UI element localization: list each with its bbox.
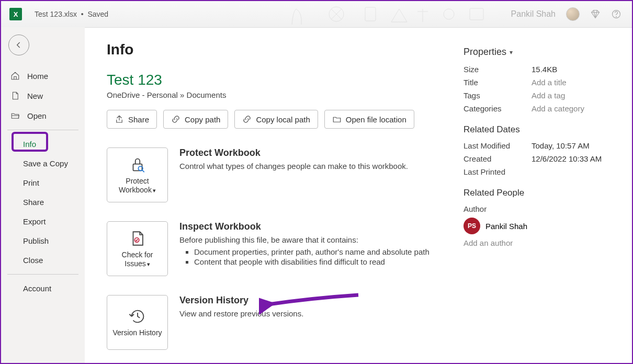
- svg-rect-6: [133, 164, 142, 170]
- svg-rect-1: [365, 7, 376, 21]
- protect-title: Protect Workbook: [179, 147, 449, 158]
- link-icon: [171, 115, 180, 124]
- nav-share[interactable]: Share: [1, 192, 85, 212]
- page-title: Info: [107, 41, 449, 58]
- titlebar: X Test 123.xlsx • Saved Pankil Shah: [1, 1, 632, 27]
- inspect-title: Inspect Workbook: [179, 221, 449, 232]
- nav-close[interactable]: Close: [1, 251, 85, 270]
- chevron-down-icon: ▾: [510, 49, 513, 56]
- chevron-down-icon: ▾: [147, 261, 150, 267]
- prop-created-label: Created: [464, 154, 532, 163]
- diamond-icon[interactable]: [590, 9, 601, 19]
- document-name: Test 123: [107, 72, 449, 88]
- folder-open-icon: [10, 111, 20, 120]
- nav-export[interactable]: Export: [1, 212, 85, 231]
- open-location-button[interactable]: Open file location: [324, 110, 414, 129]
- inspect-bullet: Content that people with disabilities fi…: [194, 257, 449, 266]
- nav-label: Account: [23, 284, 51, 293]
- author-avatar: PS: [464, 218, 480, 234]
- nav-save-copy[interactable]: Save a Copy: [1, 154, 85, 173]
- prop-title-label: Title: [464, 78, 532, 87]
- nav-open[interactable]: Open: [1, 106, 85, 126]
- history-icon: [129, 308, 146, 325]
- properties-header[interactable]: Properties▾: [464, 47, 610, 58]
- properties-panel: Properties▾ Size15.4KB TitleAdd a title …: [464, 41, 610, 352]
- btn-label: Version History: [112, 328, 162, 337]
- version-history-button[interactable]: Version History: [107, 295, 168, 350]
- prop-categories-value[interactable]: Add a category: [532, 104, 584, 113]
- nav-print[interactable]: Print: [1, 173, 85, 192]
- nav-divider: [7, 274, 78, 275]
- svg-point-2: [444, 9, 454, 19]
- inspect-bullet: Document properties, printer path, autho…: [194, 247, 449, 256]
- nav-label: Share: [23, 198, 44, 207]
- prop-tags-label: Tags: [464, 91, 532, 100]
- svg-rect-3: [470, 8, 483, 20]
- user-avatar[interactable]: [566, 7, 580, 21]
- nav-divider: [7, 130, 78, 130]
- nav-info[interactable]: Info: [1, 134, 85, 154]
- btn-label: Copy local path: [256, 115, 310, 124]
- nav-label: Save a Copy: [23, 159, 68, 168]
- btn-label: Open file location: [346, 115, 406, 124]
- prop-modified-value: Today, 10:57 AM: [532, 141, 590, 150]
- content-area: Info Test 123 OneDrive - Personal » Docu…: [85, 27, 632, 363]
- titlebar-decoration: [287, 1, 496, 27]
- prop-size-label: Size: [464, 65, 532, 74]
- nav-label: Open: [27, 111, 47, 120]
- prop-title-value[interactable]: Add a title: [532, 78, 567, 87]
- check-issues-button[interactable]: Check for Issues▾: [107, 221, 168, 276]
- nav-label: New: [27, 92, 43, 100]
- nav-label: Home: [27, 72, 48, 81]
- add-author-link[interactable]: Add an author: [464, 238, 513, 247]
- nav-label: Close: [23, 256, 43, 265]
- author-row[interactable]: PS Pankil Shah: [464, 218, 610, 234]
- link-icon: [242, 115, 252, 124]
- btn-label: Protect Workbook: [119, 177, 152, 194]
- prop-tags-value[interactable]: Add a tag: [532, 91, 565, 100]
- prop-size-value: 15.4KB: [532, 65, 557, 74]
- chevron-down-icon: ▾: [153, 187, 156, 194]
- related-people-header: Related People: [464, 188, 610, 198]
- prop-created-value: 12/6/2022 10:33 AM: [532, 154, 602, 163]
- share-icon: [115, 115, 124, 124]
- copy-local-path-button[interactable]: Copy local path: [234, 110, 318, 129]
- nav-label: Export: [23, 217, 46, 226]
- btn-label: Copy path: [185, 115, 220, 124]
- inspect-desc: Before publishing this file, be aware th…: [179, 235, 449, 244]
- titlebar-right: Pankil Shah: [511, 7, 621, 21]
- prop-categories-label: Categories: [464, 104, 532, 113]
- home-icon: [10, 71, 20, 81]
- inspect-icon: [129, 230, 146, 247]
- back-button[interactable]: [8, 35, 29, 55]
- file-title: Test 123.xlsx • Saved: [35, 10, 108, 18]
- header-label: Properties: [464, 47, 506, 58]
- help-icon[interactable]: [611, 9, 621, 19]
- prop-printed-label: Last Printed: [464, 167, 532, 176]
- folder-icon: [332, 115, 342, 124]
- copy-path-button[interactable]: Copy path: [163, 110, 228, 129]
- nav-label: Print: [23, 178, 39, 187]
- document-icon: [10, 91, 20, 100]
- protect-desc: Control what types of changes people can…: [179, 162, 449, 170]
- nav-publish[interactable]: Publish: [1, 231, 85, 251]
- nav-label: Info: [23, 140, 36, 149]
- nav-new[interactable]: New: [1, 86, 85, 106]
- author-label: Author: [464, 204, 532, 213]
- backstage-sidebar: Home New Open Info Save a Copy Print Sha…: [1, 27, 85, 363]
- document-path[interactable]: OneDrive - Personal » Documents: [107, 90, 449, 99]
- excel-app-icon: X: [9, 8, 22, 20]
- nav-account[interactable]: Account: [1, 279, 85, 298]
- author-name: Pankil Shah: [485, 222, 527, 231]
- nav-home[interactable]: Home: [1, 66, 85, 86]
- svg-point-5: [616, 17, 617, 17]
- prop-modified-label: Last Modified: [464, 141, 532, 150]
- btn-label: Share: [128, 115, 149, 124]
- share-button[interactable]: Share: [107, 110, 157, 129]
- username-label: Pankil Shah: [511, 9, 556, 19]
- protect-workbook-button[interactable]: Protect Workbook▾: [107, 147, 168, 202]
- nav-label: Publish: [23, 236, 49, 245]
- version-desc: View and restore previous versions.: [179, 309, 449, 318]
- lock-icon: [129, 156, 146, 174]
- related-dates-header: Related Dates: [464, 124, 610, 135]
